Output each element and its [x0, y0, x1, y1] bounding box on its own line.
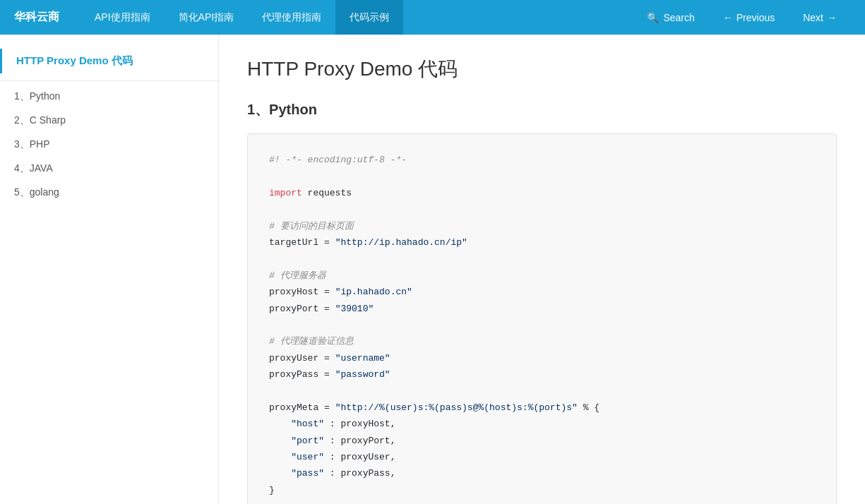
- nav-right-actions: 🔍 Search ← Previous Next →: [633, 0, 851, 35]
- sidebar-item-csharp[interactable]: 2、C Sharp: [0, 109, 218, 133]
- nav-link-proxy-guide[interactable]: 代理使用指南: [248, 0, 335, 35]
- main-content: HTTP Proxy Demo 代码 1、Python #! -*- encod…: [219, 35, 865, 504]
- search-label: Search: [663, 12, 694, 23]
- nav-link-simple-api[interactable]: 简化API指南: [165, 0, 249, 35]
- brand-logo[interactable]: 华科云商: [14, 10, 59, 25]
- top-navigation: 华科云商 API使用指南 简化API指南 代理使用指南 代码示例 🔍 Searc…: [0, 0, 865, 35]
- sidebar-item-php[interactable]: 3、PHP: [0, 133, 218, 157]
- next-button[interactable]: Next →: [789, 0, 851, 35]
- page-title: HTTP Proxy Demo 代码: [247, 56, 837, 83]
- prev-label: Previous: [736, 12, 775, 23]
- sidebar-title: HTTP Proxy Demo 代码: [0, 49, 218, 73]
- next-label: Next: [803, 12, 823, 23]
- nav-links: API使用指南 简化API指南 代理使用指南 代码示例: [80, 0, 633, 35]
- sidebar-item-python[interactable]: 1、Python: [0, 85, 218, 109]
- section-title-python: 1、Python: [247, 100, 837, 119]
- sidebar: HTTP Proxy Demo 代码 1、Python 2、C Sharp 3、…: [0, 35, 219, 504]
- search-icon: 🔍: [647, 12, 659, 23]
- sidebar-item-java[interactable]: 4、JAVA: [0, 157, 218, 181]
- main-layout: HTTP Proxy Demo 代码 1、Python 2、C Sharp 3、…: [0, 35, 865, 504]
- nav-link-api-guide[interactable]: API使用指南: [80, 0, 165, 35]
- code-block-python: #! -*- encoding:utf-8 -*- import request…: [247, 133, 837, 504]
- search-button[interactable]: 🔍 Search: [633, 0, 708, 35]
- sidebar-item-golang[interactable]: 5、golang: [0, 181, 218, 205]
- next-arrow-icon: →: [827, 12, 837, 23]
- prev-arrow-icon: ←: [723, 12, 733, 23]
- nav-link-code-examples[interactable]: 代码示例: [335, 0, 403, 35]
- prev-button[interactable]: ← Previous: [709, 0, 789, 35]
- sidebar-divider: [0, 80, 218, 81]
